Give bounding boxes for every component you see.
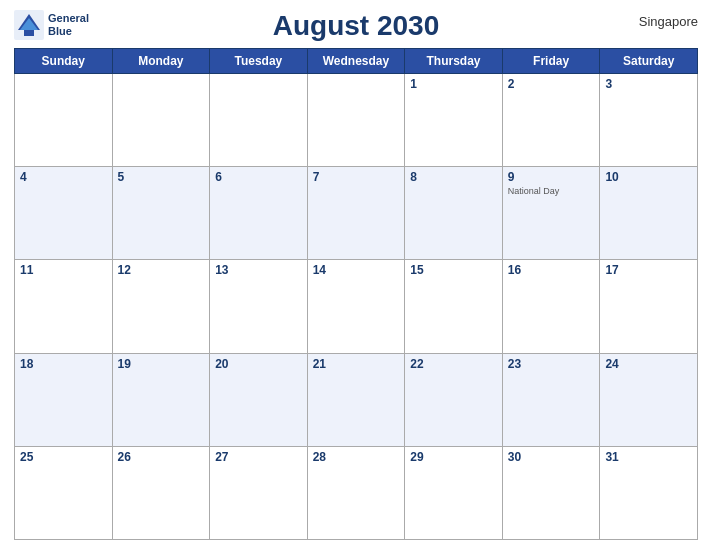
logo-text: General Blue: [48, 12, 89, 38]
day-number: 6: [215, 170, 302, 184]
calendar-cell: 18: [15, 353, 113, 446]
header-row: Sunday Monday Tuesday Wednesday Thursday…: [15, 49, 698, 74]
calendar-cell: 23: [502, 353, 600, 446]
logo-icon: [14, 10, 44, 40]
day-number: 2: [508, 77, 595, 91]
table-row: 456789National Day10: [15, 167, 698, 260]
calendar-cell: 1: [405, 74, 503, 167]
day-number: 31: [605, 450, 692, 464]
calendar-cell: [15, 74, 113, 167]
calendar-cell: 31: [600, 446, 698, 539]
calendar-cell: [112, 74, 210, 167]
calendar-cell: 25: [15, 446, 113, 539]
calendar-cell: 3: [600, 74, 698, 167]
day-number: 21: [313, 357, 400, 371]
col-friday: Friday: [502, 49, 600, 74]
calendar-cell: 20: [210, 353, 308, 446]
calendar-cell: 10: [600, 167, 698, 260]
day-number: 13: [215, 263, 302, 277]
calendar-cell: 8: [405, 167, 503, 260]
table-row: 18192021222324: [15, 353, 698, 446]
col-saturday: Saturday: [600, 49, 698, 74]
day-number: 7: [313, 170, 400, 184]
calendar-cell: [210, 74, 308, 167]
col-wednesday: Wednesday: [307, 49, 405, 74]
calendar-cell: 26: [112, 446, 210, 539]
day-number: 12: [118, 263, 205, 277]
calendar-table: Sunday Monday Tuesday Wednesday Thursday…: [14, 48, 698, 540]
calendar-cell: 16: [502, 260, 600, 353]
calendar-cell: 11: [15, 260, 113, 353]
calendar-cell: 15: [405, 260, 503, 353]
calendar-cell: 14: [307, 260, 405, 353]
day-number: 30: [508, 450, 595, 464]
table-row: 11121314151617: [15, 260, 698, 353]
day-number: 14: [313, 263, 400, 277]
day-number: 11: [20, 263, 107, 277]
svg-rect-3: [24, 30, 34, 36]
day-number: 29: [410, 450, 497, 464]
col-monday: Monday: [112, 49, 210, 74]
calendar-cell: 7: [307, 167, 405, 260]
calendar-cell: 24: [600, 353, 698, 446]
day-number: 8: [410, 170, 497, 184]
calendar-cell: 4: [15, 167, 113, 260]
calendar-cell: 17: [600, 260, 698, 353]
day-number: 28: [313, 450, 400, 464]
day-number: 3: [605, 77, 692, 91]
calendar-cell: 28: [307, 446, 405, 539]
calendar-cell: 13: [210, 260, 308, 353]
calendar-cell: 22: [405, 353, 503, 446]
calendar-wrapper: General Blue August 2030 Singapore Sunda…: [0, 0, 712, 550]
table-row: 25262728293031: [15, 446, 698, 539]
day-number: 1: [410, 77, 497, 91]
day-number: 22: [410, 357, 497, 371]
logo: General Blue: [14, 10, 89, 40]
country-label: Singapore: [639, 14, 698, 29]
day-number: 10: [605, 170, 692, 184]
day-number: 18: [20, 357, 107, 371]
calendar-cell: 5: [112, 167, 210, 260]
calendar-cell: 27: [210, 446, 308, 539]
col-thursday: Thursday: [405, 49, 503, 74]
day-number: 9: [508, 170, 595, 184]
col-tuesday: Tuesday: [210, 49, 308, 74]
calendar-cell: 21: [307, 353, 405, 446]
day-number: 5: [118, 170, 205, 184]
day-number: 19: [118, 357, 205, 371]
day-number: 17: [605, 263, 692, 277]
month-title: August 2030: [273, 10, 440, 42]
day-number: 27: [215, 450, 302, 464]
day-number: 26: [118, 450, 205, 464]
calendar-cell: [307, 74, 405, 167]
calendar-cell: 6: [210, 167, 308, 260]
day-number: 23: [508, 357, 595, 371]
day-number: 16: [508, 263, 595, 277]
calendar-cell: 2: [502, 74, 600, 167]
calendar-header: General Blue August 2030 Singapore: [14, 10, 698, 42]
day-number: 25: [20, 450, 107, 464]
holiday-label: National Day: [508, 186, 595, 197]
day-number: 15: [410, 263, 497, 277]
day-number: 24: [605, 357, 692, 371]
day-number: 20: [215, 357, 302, 371]
calendar-cell: 9National Day: [502, 167, 600, 260]
calendar-cell: 30: [502, 446, 600, 539]
calendar-cell: 19: [112, 353, 210, 446]
table-row: 123: [15, 74, 698, 167]
calendar-cell: 12: [112, 260, 210, 353]
day-number: 4: [20, 170, 107, 184]
calendar-cell: 29: [405, 446, 503, 539]
col-sunday: Sunday: [15, 49, 113, 74]
